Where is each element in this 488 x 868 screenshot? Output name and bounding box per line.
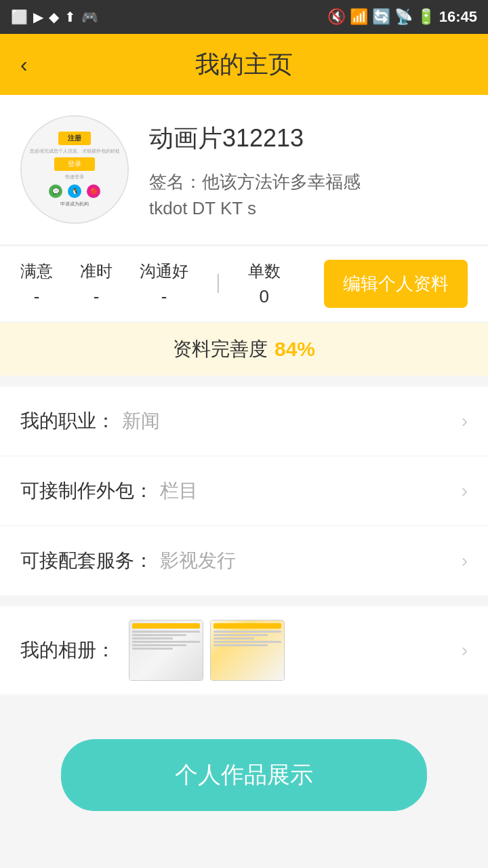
outsource-value: 栏目 [160, 478, 462, 504]
stats-section: 满意 - 准时 - 沟通好 - | 单数 0 编辑个人资料 [0, 245, 488, 321]
mute-icon: 🔇 [327, 8, 346, 26]
thumb2-inner [211, 620, 284, 680]
service-label: 可接配套服务： [20, 548, 153, 574]
completeness-label: 资料完善度 [173, 336, 268, 362]
stat-orders-value: 0 [260, 286, 269, 307]
stat-ontime-value: - [94, 286, 100, 307]
page-header: ‹ 我的主页 [0, 34, 488, 95]
outsource-item[interactable]: 可接制作外包： 栏目 › [0, 456, 488, 526]
occupation-item[interactable]: 我的职业： 新闻 › [0, 387, 488, 456]
completeness-percent: 84% [274, 338, 315, 361]
status-bar: ⬜ ▶ ◆ ⬆ 🎮 🔇 📶 🔄 📡 🔋 16:45 [0, 0, 488, 34]
line4 [132, 641, 200, 643]
avatar-desc-text: 您必须完成您个人信息、才能接外包的好处 [30, 148, 120, 155]
photo-icon: ⬜ [11, 9, 28, 25]
completeness-section: 资料完善度 84% [0, 323, 488, 376]
service-value: 影视发行 [160, 548, 462, 574]
edit-profile-button[interactable]: 编辑个人资料 [324, 260, 468, 308]
page-title: 我的主页 [195, 48, 293, 81]
stat-ontime-label: 准时 [80, 260, 113, 282]
line1 [132, 631, 200, 633]
stat-divider: | [216, 271, 221, 294]
t2line1 [214, 631, 281, 633]
thumb1-topbar [132, 623, 200, 629]
profile-name: 动画片312213 [149, 122, 468, 155]
occupation-arrow: › [462, 410, 468, 432]
occupation-value: 新闻 [122, 408, 462, 434]
line3 [132, 637, 173, 639]
status-right-group: 🔇 📶 🔄 📡 🔋 16:45 [327, 8, 477, 26]
avatar-login: 登录 [54, 157, 95, 171]
album-section[interactable]: 我的相册： [0, 606, 488, 694]
thumb1-inner [129, 620, 203, 680]
avatar-apply-text: 申请成为机构 [60, 201, 89, 208]
qq-icon: 🐧 [68, 184, 81, 198]
weibo-icon: 🔴 [87, 184, 100, 198]
stat-satisfaction-label: 满意 [20, 260, 53, 282]
thumb2-lines [214, 631, 281, 646]
signal-icon: 📡 [394, 8, 413, 26]
stat-satisfaction-value: - [34, 286, 40, 307]
profile-signature: 签名：他该方法许多幸福感tkdot DT KT s [149, 169, 468, 222]
avatar-social-icons: 💬 🐧 🔴 [49, 184, 100, 198]
stat-communication: 沟通好 - [140, 260, 188, 307]
occupation-label: 我的职业： [20, 408, 115, 434]
avatar-quick: 快捷登录 [65, 174, 84, 180]
line6 [132, 648, 173, 650]
profile-section: 注册 您必须完成您个人信息、才能接外包的好处 登录 快捷登录 💬 🐧 🔴 申请成… [0, 95, 488, 244]
album-thumbnails [129, 620, 455, 681]
avatar-inner: 注册 您必须完成您个人信息、才能接外包的好处 登录 快捷登录 💬 🐧 🔴 申请成… [22, 117, 127, 222]
sync-icon: 🔄 [372, 8, 390, 26]
line5 [132, 644, 186, 646]
back-button[interactable]: ‹ [20, 52, 28, 77]
line2 [132, 634, 186, 636]
album-thumb-2 [210, 620, 285, 681]
thumb1-lines [132, 631, 200, 650]
outsource-arrow: › [462, 480, 468, 502]
t2line2 [214, 634, 268, 636]
service-arrow: › [462, 550, 468, 572]
time-display: 16:45 [439, 8, 477, 26]
stat-ontime: 准时 - [80, 260, 113, 307]
wifi-icon: 📶 [350, 8, 368, 26]
avatar[interactable]: 注册 您必须完成您个人信息、才能接外包的好处 登录 快捷登录 💬 🐧 🔴 申请成… [20, 115, 129, 224]
t2line4 [214, 641, 281, 643]
showcase-button[interactable]: 个人作品展示 [61, 739, 427, 811]
service-item[interactable]: 可接配套服务： 影视发行 › [0, 526, 488, 595]
t2line5 [214, 644, 268, 646]
bottom-section: 个人作品展示 [0, 705, 488, 852]
stat-comm-value: - [161, 286, 167, 307]
outsource-label: 可接制作外包： [20, 478, 153, 504]
album-label: 我的相册： [20, 637, 115, 663]
upload-icon: ⬆ [64, 9, 76, 25]
avatar-register: 注册 [58, 132, 91, 145]
t2line3 [214, 637, 254, 639]
stat-orders: 单数 0 [248, 260, 281, 307]
gamepad-icon: 🎮 [81, 9, 98, 25]
album-thumb-1 [129, 620, 203, 681]
play-icon: ▶ [33, 9, 43, 25]
status-icons-left: ⬜ ▶ ◆ ⬆ 🎮 [11, 9, 98, 25]
stat-orders-label: 单数 [248, 260, 281, 282]
profile-info: 动画片312213 签名：他该方法许多幸福感tkdot DT KT s [149, 115, 468, 222]
stat-comm-label: 沟通好 [140, 260, 188, 282]
album-arrow: › [462, 639, 468, 661]
battery-icon: 🔋 [417, 8, 435, 26]
profile-list-section: 我的职业： 新闻 › 可接制作外包： 栏目 › 可接配套服务： 影视发行 › [0, 387, 488, 595]
stat-satisfaction: 满意 - [20, 260, 53, 307]
thumb2-topbar [214, 623, 281, 629]
wechat-icon: 💬 [49, 184, 62, 198]
diamond-icon: ◆ [49, 9, 59, 25]
